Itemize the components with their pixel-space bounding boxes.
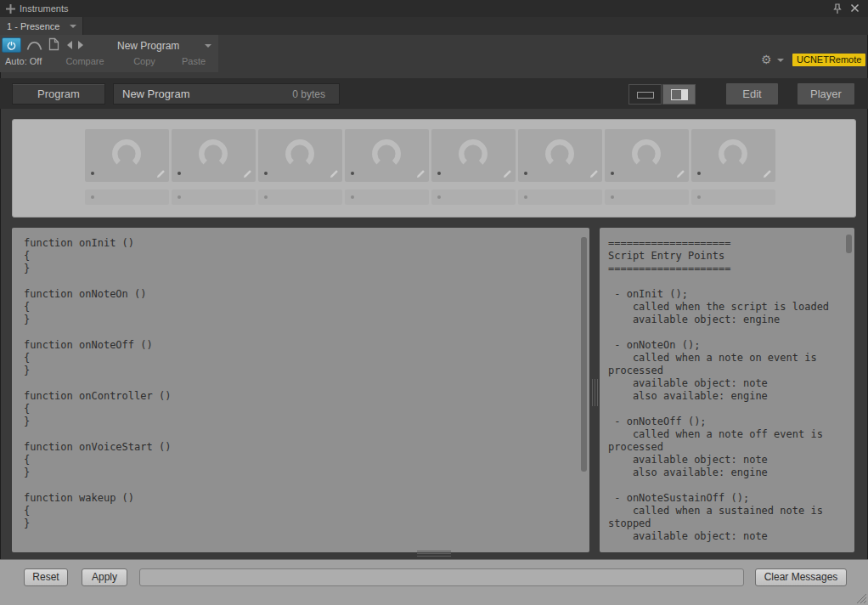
help-panel[interactable]: ==================== Script Entry Points…: [600, 228, 854, 552]
knob-label-strip[interactable]: [605, 189, 689, 205]
macro-knob[interactable]: [518, 129, 602, 182]
pencil-icon[interactable]: [763, 169, 772, 178]
resize-grip-icon[interactable]: [855, 592, 867, 604]
gear-icon[interactable]: ⚙: [761, 53, 772, 66]
macro-knob[interactable]: [85, 129, 169, 182]
pencil-icon[interactable]: [330, 169, 339, 178]
program-name-field[interactable]: New Program 0 bytes: [113, 83, 340, 105]
prev-program-icon[interactable]: [67, 41, 72, 49]
titlebar[interactable]: Instruments: [0, 0, 868, 17]
pencil-icon[interactable]: [243, 169, 252, 178]
reset-button[interactable]: Reset: [24, 568, 68, 586]
instruments-window: Instruments 1 - Presence: [0, 0, 868, 605]
knob-label-row: [85, 189, 775, 205]
program-header: Program New Program 0 bytes Edit Player: [0, 78, 868, 109]
macro-knob[interactable]: [345, 129, 429, 182]
apply-button[interactable]: Apply: [82, 568, 127, 586]
strip-dot: [264, 195, 268, 199]
chevron-down-icon: [70, 25, 76, 28]
knob-row: [85, 129, 775, 182]
strip-dot: [697, 195, 701, 199]
knob-dot: [351, 172, 354, 175]
knob-dot: [264, 172, 268, 175]
knob-dot: [91, 172, 94, 175]
knob-label-strip[interactable]: [172, 189, 256, 205]
program-size: 0 bytes: [292, 88, 330, 100]
help-scrollbar[interactable]: [846, 235, 852, 253]
pin-icon[interactable]: [832, 3, 843, 14]
message-input[interactable]: [139, 568, 744, 586]
help-text: ==================== Script Entry Points…: [600, 228, 854, 552]
pencil-icon[interactable]: [156, 169, 166, 178]
knob-arc-icon: [541, 135, 578, 172]
auto-mode-label[interactable]: Auto: Off: [5, 56, 42, 66]
power-button[interactable]: [2, 37, 21, 53]
pencil-icon[interactable]: [589, 169, 599, 178]
program-button[interactable]: Program: [12, 83, 105, 105]
knob-label-strip[interactable]: [258, 189, 342, 205]
knob-label-strip[interactable]: [691, 189, 775, 205]
strip-dot: [178, 195, 181, 199]
ucnet-remote-badge[interactable]: UCNETRemote: [792, 54, 865, 66]
collapsed-view-icon: [637, 92, 654, 99]
copy-button[interactable]: Copy: [126, 56, 163, 66]
instruments-panel-icon: [6, 4, 15, 14]
knob-label-strip[interactable]: [85, 189, 169, 205]
power-icon: [3, 38, 20, 52]
knob-arc-icon: [368, 135, 405, 172]
player-button[interactable]: Player: [798, 83, 854, 105]
macro-knob[interactable]: [431, 129, 516, 182]
macro-knob[interactable]: [258, 129, 342, 182]
knob-arc-icon: [108, 135, 145, 172]
view-split-button[interactable]: [662, 84, 696, 105]
pencil-icon[interactable]: [676, 169, 685, 178]
paste-button[interactable]: Paste: [174, 56, 213, 66]
view-collapsed-button[interactable]: [628, 84, 662, 105]
clear-messages-button[interactable]: Clear Messages: [755, 568, 847, 586]
program-selector[interactable]: New Program: [93, 37, 217, 53]
compare-button[interactable]: Compare: [58, 56, 112, 66]
knob-arc-icon: [281, 135, 318, 172]
strip-dot: [351, 195, 354, 199]
editor-scrollbar[interactable]: [581, 237, 587, 472]
script-editor[interactable]: function onInit () { } function onNoteOn…: [12, 228, 589, 552]
macro-knob[interactable]: [172, 129, 256, 182]
file-icon[interactable]: [48, 37, 59, 51]
next-program-icon[interactable]: [78, 41, 83, 49]
program-name: New Program: [122, 88, 189, 100]
preset-tab-row: 1 - Presence: [0, 17, 868, 35]
close-icon[interactable]: [850, 3, 860, 13]
knob-dot: [697, 172, 701, 175]
preset-selector-tab[interactable]: 1 - Presence: [0, 17, 83, 35]
curve-icon[interactable]: [26, 38, 42, 51]
knob-arc-icon: [454, 135, 492, 172]
bottom-bar: Reset Apply Clear Messages: [0, 559, 868, 605]
knob-dot: [178, 172, 181, 175]
strip-dot: [437, 195, 441, 199]
gear-dropdown-icon[interactable]: [777, 59, 784, 62]
edit-button[interactable]: Edit: [726, 83, 778, 105]
strip-dot: [611, 195, 614, 199]
macro-knob-panel: [12, 119, 856, 218]
knob-label-strip[interactable]: [431, 189, 516, 205]
strip-dot: [91, 195, 94, 199]
knob-dot: [611, 172, 614, 175]
pencil-icon[interactable]: [416, 169, 426, 178]
preset-label: 1 - Presence: [7, 21, 59, 31]
knob-label-strip[interactable]: [345, 189, 429, 205]
macro-knob[interactable]: [691, 129, 775, 182]
strip-dot: [524, 195, 527, 199]
toolbar: New Program Auto: Off Compare Copy Paste: [0, 35, 218, 72]
macro-knob[interactable]: [605, 129, 689, 182]
bottom-splitter-handle[interactable]: [417, 551, 451, 557]
chevron-down-icon: [205, 44, 211, 48]
knob-label-strip[interactable]: [518, 189, 602, 205]
program-selector-label: New Program: [117, 40, 179, 52]
script-code[interactable]: function onInit () { } function onNoteOn…: [12, 228, 589, 540]
knob-dot: [524, 172, 527, 175]
split-view-icon: [671, 89, 688, 100]
panel-splitter-handle[interactable]: [592, 379, 598, 406]
knob-arc-icon: [194, 135, 232, 172]
knob-arc-icon: [714, 135, 752, 172]
pencil-icon[interactable]: [503, 169, 512, 178]
